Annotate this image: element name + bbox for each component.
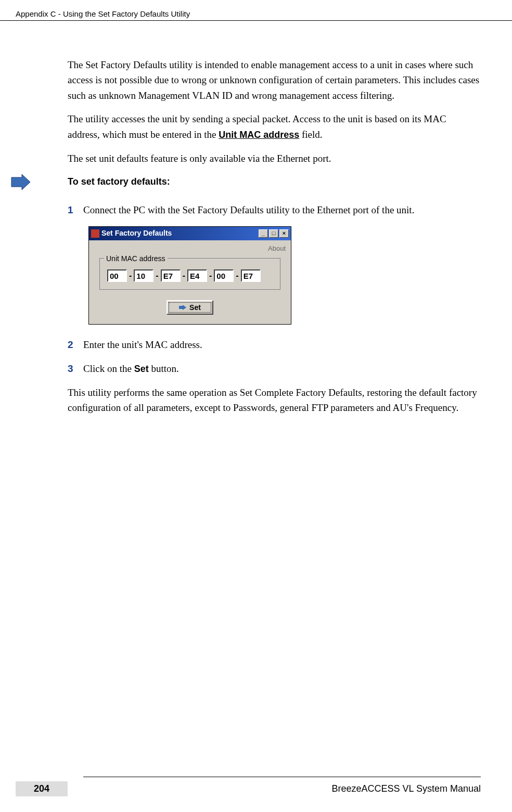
page-footer: 204 BreezeACCESS VL System Manual — [0, 777, 512, 796]
paragraph-2: The utility accesses the unit by sending… — [68, 111, 481, 142]
dash: - — [156, 269, 158, 282]
page-header: Appendix C - Using the Set Factory Defau… — [0, 0, 512, 21]
window-title: Set Factory Defaults — [101, 228, 257, 239]
app-icon — [91, 229, 99, 238]
paragraph-3: The set unit defaults feature is only av… — [68, 151, 481, 166]
step-text: Click on the Set button. — [83, 361, 481, 377]
step3-post: button. — [149, 363, 179, 374]
paragraph-4: This utility performs the same operation… — [68, 385, 481, 416]
dash: - — [183, 269, 185, 282]
paragraph-1: The Set Factory Defaults utility is inte… — [68, 57, 481, 103]
embedded-window: Set Factory Defaults _ □ × About Unit MA… — [88, 226, 291, 325]
svg-marker-0 — [11, 174, 30, 190]
set-button-wrap: Set — [94, 300, 286, 315]
mac-octet-2[interactable] — [134, 269, 153, 282]
procedure-title: To set factory defaults: — [68, 175, 170, 189]
step3-bold: Set — [134, 364, 149, 374]
arrow-right-icon — [179, 305, 186, 310]
window-frame: Set Factory Defaults _ □ × About Unit MA… — [88, 226, 291, 325]
dash: - — [236, 269, 238, 282]
mac-octet-1[interactable] — [107, 269, 127, 282]
window-buttons: _ □ × — [259, 229, 289, 238]
para2-post: field. — [299, 129, 322, 140]
maximize-button[interactable]: □ — [269, 229, 278, 238]
arrow-right-icon — [10, 174, 31, 190]
footer-rule — [83, 777, 481, 777]
step-number: 3 — [68, 361, 83, 377]
window-titlebar: Set Factory Defaults _ □ × — [89, 227, 291, 240]
footer-row: 204 BreezeACCESS VL System Manual — [16, 781, 481, 796]
mac-octet-5[interactable] — [214, 269, 234, 282]
step-text: Enter the unit's MAC address. — [83, 337, 481, 352]
page-number: 204 — [16, 781, 68, 796]
mac-octet-4[interactable] — [187, 269, 207, 282]
procedure-header: To set factory defaults: — [10, 174, 481, 190]
step-number: 1 — [68, 202, 83, 217]
set-button-label: Set — [189, 303, 201, 312]
mac-octet-3[interactable] — [161, 269, 181, 282]
step-2: 2 Enter the unit's MAC address. — [68, 337, 481, 352]
minimize-button[interactable]: _ — [259, 229, 268, 238]
step3-pre: Click on the — [83, 363, 134, 374]
dash: - — [209, 269, 212, 282]
manual-title: BreezeACCESS VL System Manual — [83, 783, 481, 794]
dash: - — [129, 269, 132, 282]
mac-fieldset: Unit MAC address - - - - - — [99, 258, 280, 290]
close-button[interactable]: × — [279, 229, 289, 238]
mac-octet-6[interactable] — [241, 269, 261, 282]
mac-address-row: - - - - - — [107, 269, 273, 282]
step-number: 2 — [68, 337, 83, 352]
step-text: Connect the PC with the Set Factory Defa… — [83, 202, 481, 217]
about-link[interactable]: About — [94, 243, 286, 254]
header-title: Appendix C - Using the Set Factory Defau… — [16, 9, 190, 18]
window-body: About Unit MAC address - - - - - — [89, 240, 291, 325]
page-content: The Set Factory Defaults utility is inte… — [0, 21, 512, 416]
step-1: 1 Connect the PC with the Set Factory De… — [68, 202, 481, 217]
set-button[interactable]: Set — [167, 300, 213, 315]
step-3: 3 Click on the Set button. — [68, 361, 481, 377]
fieldset-legend: Unit MAC address — [104, 253, 168, 265]
svg-marker-1 — [179, 305, 186, 310]
para2-bold: Unit MAC address — [219, 130, 299, 140]
